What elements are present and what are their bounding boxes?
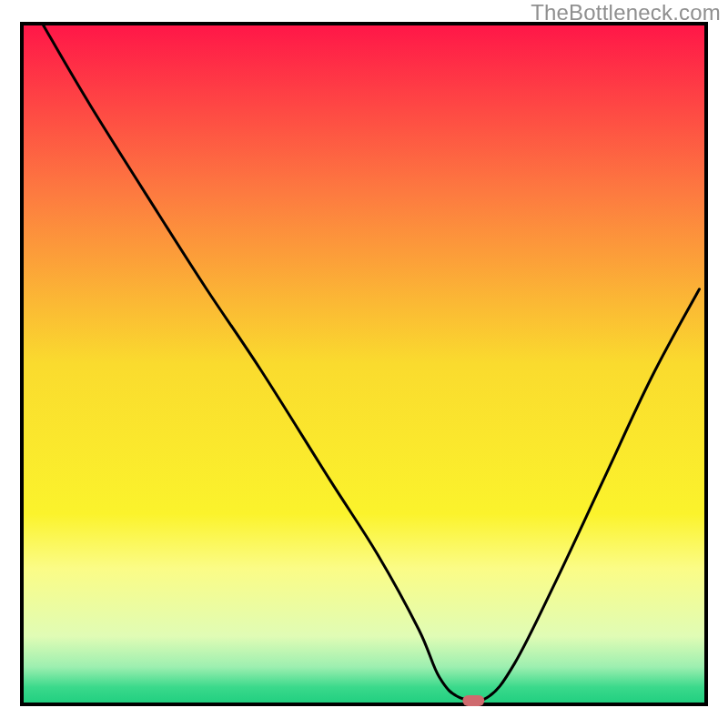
- optimal-marker: [462, 695, 484, 706]
- bottleneck-chart: [0, 0, 728, 728]
- watermark-text: TheBottleneck.com: [531, 0, 721, 25]
- chart-frame: TheBottleneck.com: [0, 0, 728, 728]
- plot-background: [22, 24, 706, 704]
